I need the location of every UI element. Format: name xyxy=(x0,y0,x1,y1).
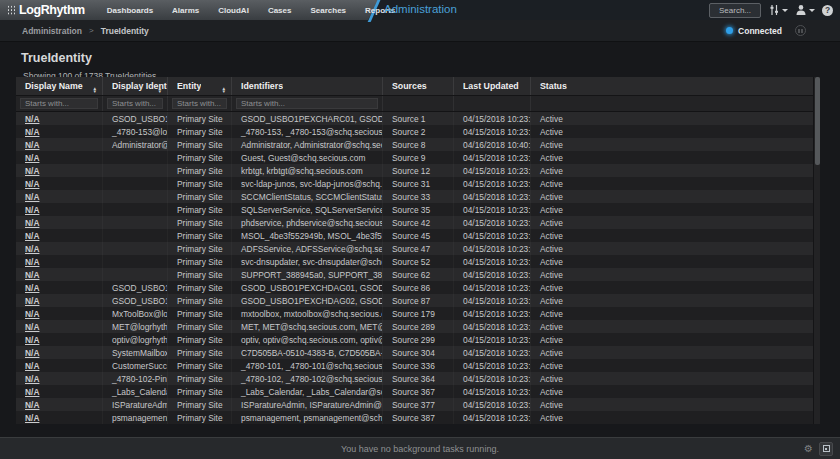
column-header-display-name[interactable]: Display Name▲▼ xyxy=(16,77,103,95)
filter-input-1[interactable] xyxy=(107,98,163,109)
column-header-entity[interactable]: Entity▲▼ xyxy=(168,77,232,95)
column-header-display-identi[interactable]: Display Identi...▲▼ xyxy=(103,77,168,95)
filter-input-2[interactable] xyxy=(172,98,227,109)
cell-last-updated: 04/15/2018 10:23:03 pm xyxy=(454,281,531,294)
display-name-link[interactable]: N/A xyxy=(25,114,39,124)
cell-display-name: N/A xyxy=(16,268,103,281)
cell-display-name: N/A xyxy=(16,359,103,372)
cell-entity: Primary Site xyxy=(168,307,232,320)
cell-status: Active xyxy=(531,307,813,320)
background-tasks-panel-icon[interactable] xyxy=(819,442,833,456)
nav-item-alarms[interactable]: Alarms xyxy=(172,6,199,15)
cell-entity: Primary Site xyxy=(168,255,232,268)
cell-display-identifier xyxy=(103,151,168,164)
logrhythm-logo[interactable]: LogRhythm xyxy=(7,3,85,17)
table-row[interactable]: N/AMET@logrhythm...Primary SiteMET, MET@… xyxy=(16,320,813,333)
cell-display-name: N/A xyxy=(16,411,103,424)
display-name-link[interactable]: N/A xyxy=(25,283,39,293)
display-name-link[interactable]: N/A xyxy=(25,322,39,332)
display-name-link[interactable]: N/A xyxy=(25,192,39,202)
nav-item-searches[interactable]: Searches xyxy=(310,6,346,15)
cell-last-updated: 04/15/2018 10:23:03 pm xyxy=(454,190,531,203)
pause-icon[interactable] xyxy=(795,25,806,36)
table-row[interactable]: N/ACustomerSuccess...Primary Site_4780-1… xyxy=(16,359,813,372)
table-row[interactable]: N/ASystemMailbox{C...Primary SiteC7D505B… xyxy=(16,346,813,359)
gear-icon[interactable]: ⚙ xyxy=(804,444,813,454)
display-name-link[interactable]: N/A xyxy=(25,400,39,410)
nav-item-administration-active[interactable]: Administration xyxy=(384,3,457,15)
display-name-link[interactable]: N/A xyxy=(25,127,39,137)
display-name-link[interactable]: N/A xyxy=(25,413,39,423)
table-row[interactable]: N/AISParatureAdmin...Primary SiteISParat… xyxy=(16,398,813,411)
help-icon[interactable]: ? xyxy=(822,5,833,16)
table-row[interactable]: N/AAdministrator@lo...Primary SiteAdmini… xyxy=(16,138,813,151)
display-name-link[interactable]: N/A xyxy=(25,205,39,215)
display-name-link[interactable]: N/A xyxy=(25,166,39,176)
sort-icon[interactable]: ▲▼ xyxy=(157,87,162,94)
display-name-link[interactable]: N/A xyxy=(25,140,39,150)
cell-last-updated: 04/15/2018 10:23:03 pm xyxy=(454,268,531,281)
display-name-link[interactable]: N/A xyxy=(25,257,39,267)
table-row[interactable]: N/APrimary Sitesvc-dnsupdater, svc-dnsup… xyxy=(16,255,813,268)
display-name-link[interactable]: N/A xyxy=(25,153,39,163)
nav-item-dashboards[interactable]: Dashboards xyxy=(107,6,153,15)
table-row[interactable]: N/Apsmanagement@...Primary Sitepsmanagem… xyxy=(16,411,813,424)
display-name-link[interactable]: N/A xyxy=(25,231,39,241)
filter-settings-menu[interactable] xyxy=(768,4,788,16)
table-row[interactable]: N/AGSOD_USBO1PEX...Primary SiteGSOD_USBO… xyxy=(16,294,813,307)
display-name-link[interactable]: N/A xyxy=(25,361,39,371)
table-row[interactable]: N/APrimary SiteSCCMClientStatus, SCCMCli… xyxy=(16,190,813,203)
display-name-link[interactable]: N/A xyxy=(25,179,39,189)
display-name-link[interactable]: N/A xyxy=(25,296,39,306)
display-name-link[interactable]: N/A xyxy=(25,309,39,319)
table-row[interactable]: N/AMxToolBox@logr...Primary Sitemxtoolbo… xyxy=(16,307,813,320)
cell-status: Active xyxy=(531,372,813,385)
table-row[interactable]: N/APrimary SiteMSOL_4be3f552949b, MSOL_4… xyxy=(16,229,813,242)
table-row[interactable]: N/A_Labs_Calendar@...Primary Site_Labs_C… xyxy=(16,385,813,398)
table-row[interactable]: N/APrimary Sitesvc-ldap-junos, svc-ldap-… xyxy=(16,177,813,190)
filter-input-0[interactable] xyxy=(20,98,98,109)
display-name-link[interactable]: N/A xyxy=(25,387,39,397)
display-name-link[interactable]: N/A xyxy=(25,218,39,228)
table-row[interactable]: N/APrimary SiteGuest, Guest@schq.secious… xyxy=(16,151,813,164)
cell-status: Active xyxy=(531,255,813,268)
breadcrumb-administration[interactable]: Administration xyxy=(22,26,82,36)
display-name-link[interactable]: N/A xyxy=(25,348,39,358)
cell-identifiers: SCCMClientStatus, SCCMClientStatus@schq.… xyxy=(232,190,383,203)
connection-area: Connected xyxy=(726,25,806,36)
cell-sources: Source 367 xyxy=(383,385,454,398)
cell-sources: Source 42 xyxy=(383,216,454,229)
search-button[interactable]: Search... xyxy=(709,3,761,18)
table-row[interactable]: N/A_4780-102-Ping@...Primary Site_4780-1… xyxy=(16,372,813,385)
sort-icon[interactable]: ▲▼ xyxy=(221,87,226,94)
user-icon xyxy=(795,4,807,16)
table-row[interactable]: N/APrimary Sitekrbtgt, krbtgt@schq.secio… xyxy=(16,164,813,177)
cell-identifiers: GSOD_USBO1PEXCHARC01, GSOD_USBO1P... xyxy=(232,112,383,125)
table-row[interactable]: N/AGSOD_USBO1PEX...Primary SiteGSOD_USBO… xyxy=(16,112,813,125)
user-menu[interactable] xyxy=(795,4,815,16)
cell-entity: Primary Site xyxy=(168,164,232,177)
table-row[interactable]: N/APrimary SiteSUPPORT_388945a0, SUPPORT… xyxy=(16,268,813,281)
nav-item-cases[interactable]: Cases xyxy=(268,6,292,15)
cell-entity: Primary Site xyxy=(168,346,232,359)
table-row[interactable]: N/A_4780-153@logrh...Primary Site_4780-1… xyxy=(16,125,813,138)
table-row[interactable]: N/APrimary Sitephdservice, phdservice@sc… xyxy=(16,216,813,229)
table-row[interactable]: N/APrimary SiteADFSService, ADFSService@… xyxy=(16,242,813,255)
filter-input-3[interactable] xyxy=(236,98,378,109)
cell-display-identifier xyxy=(103,255,168,268)
cell-last-updated: 04/15/2018 10:23:03 pm xyxy=(454,385,531,398)
cell-status: Active xyxy=(531,385,813,398)
display-name-link[interactable]: N/A xyxy=(25,270,39,280)
scrollbar-thumb[interactable] xyxy=(815,77,820,165)
table-row[interactable]: N/APrimary SiteSQLServerService, SQLServ… xyxy=(16,203,813,216)
cell-identifiers: GSOD_USBO1PEXCHDAG02, GSOD_USBO1... xyxy=(232,294,383,307)
sort-icon[interactable]: ▲▼ xyxy=(92,87,97,94)
display-name-link[interactable]: N/A xyxy=(25,244,39,254)
nav-item-cloudai[interactable]: CloudAI xyxy=(218,6,249,15)
display-name-link[interactable]: N/A xyxy=(25,374,39,384)
display-name-link[interactable]: N/A xyxy=(25,335,39,345)
table-row[interactable]: N/AGSOD_USBO1PEX...Primary SiteGSOD_USBO… xyxy=(16,281,813,294)
filter-cell-5 xyxy=(454,96,531,111)
table-row[interactable]: N/Aoptiv@logrhythm...Primary Siteoptiv, … xyxy=(16,333,813,346)
vertical-scrollbar[interactable] xyxy=(813,77,820,424)
